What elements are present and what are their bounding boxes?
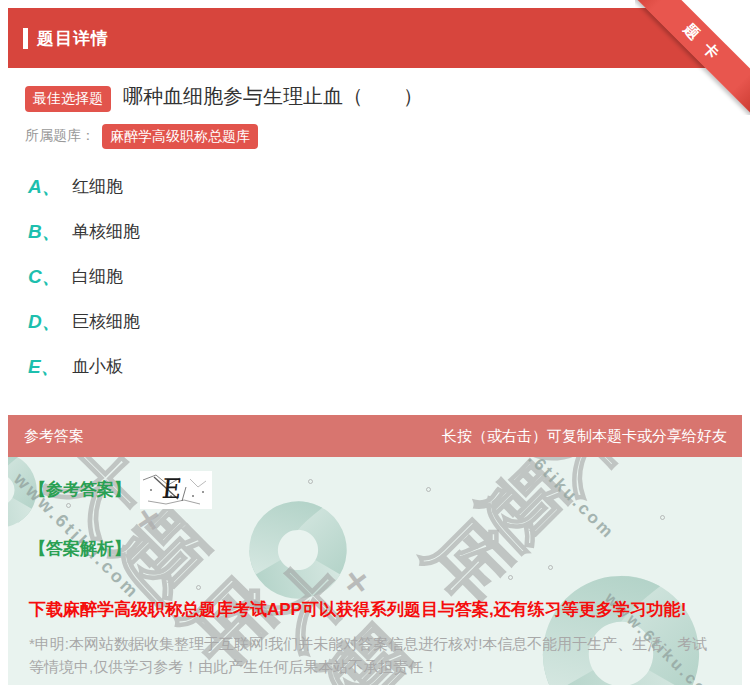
answer-section-body: 大题库 大题库 大题库 www.6tiku.com www.6tiku.com … xyxy=(8,457,742,685)
ribbon-corner: 题卡 xyxy=(635,0,750,115)
question-bank-badge[interactable]: 麻醉学高级职称总题库 xyxy=(102,124,258,150)
option-text: 红细胞 xyxy=(72,175,123,198)
answer-letter: E xyxy=(160,473,183,504)
answer-value-image: E xyxy=(140,471,212,509)
question-row: 最佳选择题 哪种血细胞参与生理止血（ ） xyxy=(25,82,734,112)
option-text: 巨核细胞 xyxy=(72,310,140,333)
question-text: 哪种血细胞参与生理止血（ ） xyxy=(123,82,423,111)
option-letter: D、 xyxy=(28,309,72,335)
answer-section-title: 参考答案 xyxy=(24,427,84,446)
reference-answer-label: 【参考答案】 xyxy=(29,478,131,501)
option-text: 血小板 xyxy=(72,355,123,378)
reference-answer-row: 【参考答案】 E xyxy=(29,478,722,509)
question-section: 最佳选择题 哪种血细胞参与生理止血（ ） 所属题库： 麻醉学高级职称总题库 A、… xyxy=(0,68,750,415)
header-accent-bar xyxy=(23,28,28,49)
question-detail-page: 题目详情 题卡 最佳选择题 哪种血细胞参与生理止血（ ） 所属题库： 麻醉学高级… xyxy=(0,0,750,685)
answer-content: 【参考答案】 E xyxy=(8,457,742,679)
option-text: 白细胞 xyxy=(72,265,123,288)
answer-section-header: 参考答案 长按（或右击）可复制本题卡或分享给好友 xyxy=(8,415,742,457)
option-d[interactable]: D、 巨核细胞 xyxy=(28,311,734,332)
analysis-label: 【答案解析】 xyxy=(29,537,722,560)
option-a[interactable]: A、 红细胞 xyxy=(28,176,734,197)
answer-section: 参考答案 长按（或右击）可复制本题卡或分享给好友 xyxy=(8,415,742,685)
app-promo-text: 下载麻醉学高级职称总题库考试APP可以获得系列题目与答案,还有练习等更多学习功能… xyxy=(29,598,722,621)
option-letter: A、 xyxy=(28,174,72,200)
options-list: A、 红细胞 B、 单核细胞 C、 白细胞 D、 巨核细胞 E、 血小板 xyxy=(25,176,734,377)
option-letter: B、 xyxy=(28,219,72,245)
disclaimer-text: *申明:本网站数据收集整理于互联网!我们并未能对答案信息进行核对!本信息不能用于… xyxy=(29,632,722,679)
page-title: 题目详情 xyxy=(37,27,109,50)
question-type-badge: 最佳选择题 xyxy=(25,86,111,112)
page-header: 题目详情 xyxy=(8,8,742,68)
question-bank-label: 所属题库： xyxy=(25,127,95,145)
question-bank-row: 所属题库： 麻醉学高级职称总题库 xyxy=(25,124,734,150)
option-letter: E、 xyxy=(28,354,72,380)
option-letter: C、 xyxy=(28,264,72,290)
copy-share-hint: 长按（或右击）可复制本题卡或分享给好友 xyxy=(442,427,727,446)
option-e[interactable]: E、 血小板 xyxy=(28,356,734,377)
option-text: 单核细胞 xyxy=(72,220,140,243)
option-c[interactable]: C、 白细胞 xyxy=(28,266,734,287)
option-b[interactable]: B、 单核细胞 xyxy=(28,221,734,242)
